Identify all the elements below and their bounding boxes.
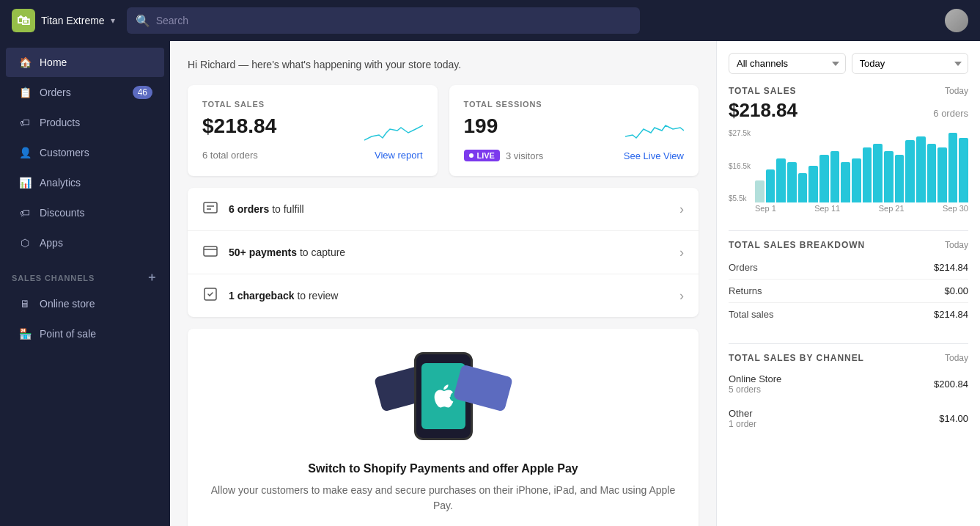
action-item-orders[interactable]: 6 orders to fulfill › xyxy=(188,188,699,231)
sidebar-item-apps[interactable]: ⬡ Apps xyxy=(6,228,164,257)
brand-dropdown-icon[interactable]: ▾ xyxy=(111,15,115,26)
panel-sales-value: $218.84 xyxy=(729,99,797,122)
greeting-text: Hi Richard — here's what's happening wit… xyxy=(188,59,699,70)
channel-other: Other 1 order $14.00 xyxy=(729,403,968,434)
live-badge: LIVE xyxy=(464,150,500,161)
sidebar-item-products[interactable]: 🏷 Products xyxy=(6,108,164,137)
add-channel-icon[interactable]: ＋ xyxy=(146,270,158,285)
panel-sales-label: TOTAL SALES xyxy=(729,86,797,96)
sidebar-item-home[interactable]: 🏠 Home xyxy=(6,48,164,77)
action-text-chargeback: 1 chargeback to review xyxy=(229,290,669,302)
by-channel-period: Today xyxy=(945,353,968,363)
promo-title: Switch to Shopify Payments and offer App… xyxy=(205,462,681,475)
apps-icon: ⬡ xyxy=(18,235,32,250)
app-body: 🏠 Home 📋 Orders 46 🏷 Products 👤 Customer… xyxy=(0,41,980,526)
sidebar: 🏠 Home 📋 Orders 46 🏷 Products 👤 Customer… xyxy=(0,41,170,526)
sessions-sparkline xyxy=(625,114,684,144)
y-label-1: $27.5k xyxy=(729,129,751,137)
orders-icon: 📋 xyxy=(18,85,32,100)
channel-filter[interactable]: All channels Online Store Point of Sale xyxy=(729,53,846,74)
products-icon: 🏷 xyxy=(18,115,32,130)
sidebar-item-customers[interactable]: 👤 Customers xyxy=(6,138,164,167)
panel-sales-period: Today xyxy=(945,86,968,96)
sales-channels-section: SALES CHANNELS ＋ xyxy=(0,258,170,288)
breakdown-label: TOTAL SALES BREAKDOWN xyxy=(729,240,865,250)
breakdown-period: Today xyxy=(945,240,968,250)
search-icon: 🔍 xyxy=(136,14,150,28)
navbar: 🛍 Titan Extreme ▾ 🔍 xyxy=(0,0,980,41)
payments-icon xyxy=(202,243,218,262)
svg-rect-3 xyxy=(204,246,217,256)
svg-line-7 xyxy=(210,293,213,296)
total-sessions-value: 199 xyxy=(464,114,498,138)
bar-group xyxy=(755,129,968,202)
analytics-icon: 📊 xyxy=(18,175,32,190)
promo-card: Switch to Shopify Payments and offer App… xyxy=(188,329,699,526)
total-sales-label: TOTAL SALES xyxy=(202,100,423,109)
y-label-2: $16.5k xyxy=(729,162,751,170)
channel-online-store: Online Store 5 orders $200.84 xyxy=(729,369,968,399)
summary-cards: TOTAL SALES $218.84 6 total orders View … xyxy=(188,85,699,176)
x-label-3: Sep 21 xyxy=(879,204,905,213)
sidebar-item-analytics[interactable]: 📊 Analytics xyxy=(6,168,164,197)
search-bar: 🔍 xyxy=(127,7,640,34)
action-list: 6 orders to fulfill › 50+ payments to ca… xyxy=(188,188,699,317)
sidebar-item-orders[interactable]: 📋 Orders 46 xyxy=(6,78,164,107)
point-of-sale-icon: 🏪 xyxy=(18,326,32,341)
divider-1 xyxy=(729,230,968,231)
shopify-icon: 🛍 xyxy=(12,9,35,32)
orders-badge: 46 xyxy=(133,86,152,99)
panel-breakdown: TOTAL SALES BREAKDOWN Today Orders $214.… xyxy=(729,240,968,326)
filter-row: All channels Online Store Point of Sale … xyxy=(729,53,968,74)
x-label-4: Sep 30 xyxy=(943,204,968,213)
chevron-right-icon: › xyxy=(679,202,684,217)
total-sessions-label: TOTAL SESSIONS xyxy=(464,100,685,109)
promo-description: Allow your customers to make easy and se… xyxy=(205,483,681,514)
chevron-right-icon-3: › xyxy=(679,288,684,304)
action-item-chargeback[interactable]: 1 chargeback to review › xyxy=(188,274,699,317)
discounts-icon: 🏷 xyxy=(18,205,32,220)
panel-by-channel: TOTAL SALES BY CHANNEL Today Online Stor… xyxy=(729,353,968,434)
y-label-3: $5.5k xyxy=(729,194,751,202)
sales-bar-chart: $27.5k $16.5k $5.5k xyxy=(729,129,968,213)
sidebar-nav: 🏠 Home 📋 Orders 46 🏷 Products 👤 Customer… xyxy=(0,41,170,355)
live-view-link[interactable]: See Live View xyxy=(624,150,684,161)
total-sales-value: $218.84 xyxy=(202,114,276,138)
brand-name: Titan Extreme xyxy=(41,15,105,26)
sidebar-item-point-of-sale[interactable]: 🏪 Point of sale xyxy=(6,319,164,348)
chevron-right-icon-2: › xyxy=(679,245,684,260)
breakdown-row-total: Total sales $214.84 xyxy=(729,303,968,326)
customers-icon: 👤 xyxy=(18,145,32,160)
sidebar-item-online-store[interactable]: 🖥 Online store xyxy=(6,289,164,318)
panel-orders-count: 6 orders xyxy=(933,108,968,119)
divider-2 xyxy=(729,343,968,344)
promo-image xyxy=(363,352,524,448)
action-text-orders: 6 orders to fulfill xyxy=(229,203,669,215)
breakdown-row-returns: Returns $0.00 xyxy=(729,280,968,303)
x-label-1: Sep 1 xyxy=(755,204,776,213)
by-channel-label: TOTAL SALES BY CHANNEL xyxy=(729,353,864,363)
action-item-payments[interactable]: 50+ payments to capture › xyxy=(188,231,699,274)
action-text-payments: 50+ payments to capture xyxy=(229,246,669,258)
x-label-2: Sep 11 xyxy=(814,204,840,213)
period-filter[interactable]: Today Yesterday Last 7 days Last 30 days xyxy=(852,53,969,74)
live-dot xyxy=(469,153,474,158)
brand-logo[interactable]: 🛍 Titan Extreme ▾ xyxy=(12,9,115,32)
total-orders-sub: 6 total orders xyxy=(202,150,258,161)
main-content: Hi Richard — here's what's happening wit… xyxy=(170,41,716,526)
visitors-count: 3 visitors xyxy=(506,150,543,161)
avatar[interactable] xyxy=(945,9,968,32)
total-sessions-card: TOTAL SESSIONS 199 LIVE xyxy=(449,85,699,176)
breakdown-row-orders: Orders $214.84 xyxy=(729,256,968,280)
panel-total-sales: TOTAL SALES Today $218.84 6 orders $27.5… xyxy=(729,86,968,213)
sidebar-item-discounts[interactable]: 🏷 Discounts xyxy=(6,198,164,227)
online-store-icon: 🖥 xyxy=(18,296,32,311)
right-panel: All channels Online Store Point of Sale … xyxy=(716,41,980,526)
chargeback-icon xyxy=(202,286,218,305)
search-input[interactable] xyxy=(156,15,631,26)
sales-sparkline xyxy=(364,114,423,144)
view-report-link[interactable]: View report xyxy=(375,150,423,161)
svg-rect-0 xyxy=(204,202,217,213)
total-sales-card: TOTAL SALES $218.84 6 total orders View … xyxy=(188,85,438,176)
fulfill-icon xyxy=(202,200,218,219)
